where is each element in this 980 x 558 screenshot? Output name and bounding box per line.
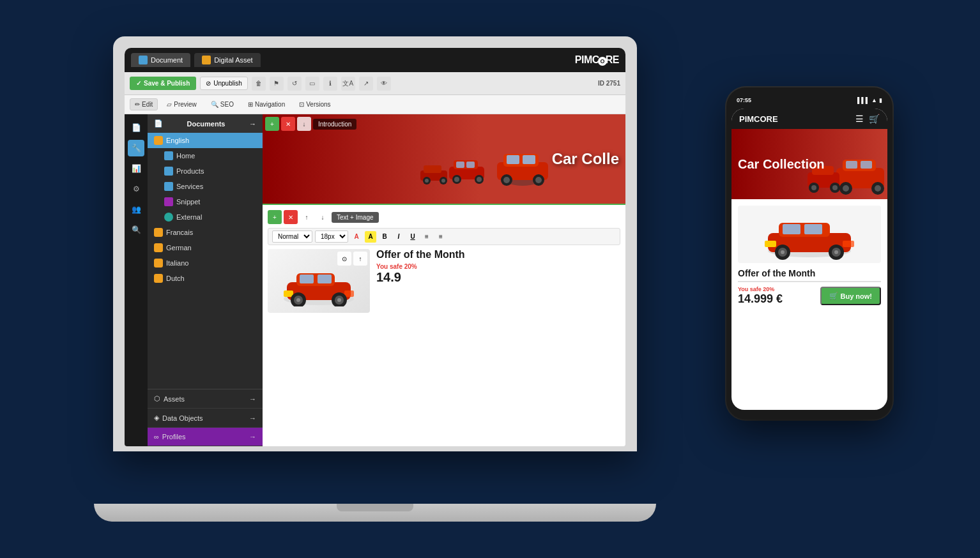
- nav-icon: ⊞: [248, 101, 253, 108]
- block1-label: Introduction: [313, 119, 356, 130]
- block1-remove-btn[interactable]: ✕: [281, 117, 295, 131]
- tree-item-italiano[interactable]: Italiano: [148, 255, 263, 271]
- external-icon: [164, 213, 173, 222]
- nav-section-bottom: ⬡ Assets → ◈ Data Objects: [148, 389, 263, 446]
- font-color-btn[interactable]: A: [351, 231, 362, 243]
- phone-cart-icon[interactable]: 🛒: [869, 114, 880, 124]
- sidebar-icon-users[interactable]: 👥: [128, 201, 144, 218]
- navigation-label: Navigation: [255, 101, 285, 108]
- laptop-body: Document Digital Asset PIMCORE: [113, 36, 637, 451]
- folder-icon-francais: [154, 228, 163, 237]
- sidebar-nav: 📄 Documents → English: [148, 114, 263, 446]
- italic-btn[interactable]: I: [393, 231, 404, 243]
- refresh-icon[interactable]: ↺: [287, 77, 302, 91]
- tree-item-snippet[interactable]: Snippet: [158, 194, 263, 209]
- editor-area: + ✕ ↓ Introduction: [263, 114, 625, 446]
- phone-hero-text: Car Collection: [731, 151, 831, 178]
- eye-icon[interactable]: 👁: [377, 77, 391, 91]
- tree-item-services[interactable]: Services: [158, 179, 263, 194]
- page-icon-home: [164, 151, 173, 160]
- nav-assets[interactable]: ⬡ Assets →: [148, 389, 263, 409]
- phone-buy-button[interactable]: 🛒 Buy now!: [820, 287, 882, 305]
- svg-rect-11: [456, 162, 464, 168]
- profiles-arrow: →: [249, 433, 256, 441]
- sidebar-icon-analytics[interactable]: 📊: [128, 160, 144, 177]
- tree-item-english[interactable]: English: [148, 133, 263, 148]
- document-id: ID 2751: [598, 80, 620, 87]
- wifi-icon: ▲: [871, 97, 877, 103]
- sidebar-icon-docs[interactable]: 📄: [128, 119, 144, 136]
- phone-status-icons: ▌▌▌ ▲ ▮: [857, 97, 882, 103]
- format-select[interactable]: Normal: [272, 230, 312, 243]
- block1-down-btn[interactable]: ↓: [297, 117, 311, 131]
- tree-sub: Home Products Services: [148, 148, 263, 225]
- pimcore-logo: PIMCORE: [575, 54, 619, 66]
- battery-icon: ▮: [879, 97, 882, 103]
- hero-text: Car Colle: [552, 150, 619, 168]
- tree-item-german[interactable]: German: [148, 240, 263, 255]
- save-publish-button[interactable]: ✓ Save & Publish: [130, 77, 196, 90]
- top-bar: Document Digital Asset PIMCORE: [125, 48, 625, 72]
- img-settings-btn[interactable]: ⊙: [337, 252, 351, 266]
- external-link-icon[interactable]: ↗: [359, 77, 373, 91]
- sidebar-icon-search[interactable]: 🔧: [128, 140, 144, 156]
- flag-icon[interactable]: ⚑: [270, 77, 284, 91]
- tab-document[interactable]: Document: [131, 53, 190, 67]
- profiles-icon: ∞: [154, 433, 159, 441]
- info-icon[interactable]: ℹ: [323, 77, 337, 91]
- seo-btn[interactable]: 🔍 SEO: [206, 98, 239, 110]
- tree-item-francais[interactable]: Francais: [148, 225, 263, 240]
- block1-add-btn[interactable]: +: [265, 117, 279, 131]
- translate-icon[interactable]: 文A: [341, 77, 355, 91]
- phone-menu-icon[interactable]: ☰: [855, 114, 864, 124]
- trash-icon[interactable]: 🗑: [252, 77, 266, 91]
- bold-btn[interactable]: B: [379, 231, 390, 243]
- nav-section-header[interactable]: 📄 Documents →: [148, 114, 263, 133]
- sidebar-icon-settings[interactable]: ⚙: [128, 181, 144, 197]
- tree-item-italiano-label: Italiano: [166, 259, 188, 267]
- edit-btn[interactable]: ✏ Edit: [130, 98, 158, 110]
- img-upload-btn[interactable]: ↑: [353, 252, 367, 266]
- versions-btn[interactable]: ⊡ Versions: [294, 98, 335, 110]
- svg-rect-27: [318, 275, 332, 283]
- tree-item-external[interactable]: External: [158, 209, 263, 225]
- sidebar-icon-magnify[interactable]: 🔍: [128, 222, 144, 238]
- tab-asset[interactable]: Digital Asset: [194, 53, 261, 67]
- tree-item-home[interactable]: Home: [158, 148, 263, 163]
- block2-up-btn[interactable]: ↑: [300, 210, 314, 224]
- laptop-base: [94, 504, 656, 522]
- objects-label-group: ◈ Data Objects: [154, 414, 203, 422]
- svg-point-62: [834, 250, 838, 254]
- assets-label: Assets: [164, 395, 185, 403]
- tree-item-dutch[interactable]: Dutch: [148, 271, 263, 286]
- size-select[interactable]: 18px: [315, 230, 348, 243]
- nav-profiles[interactable]: ∞ Profiles →: [148, 428, 263, 446]
- toolbar: ✓ Save & Publish ⊘ Unpublish 🗑 ⚑ ↺ ▭ ℹ 文…: [125, 72, 625, 95]
- save-publish-label: Save & Publish: [144, 80, 190, 87]
- offer-price: 14.9: [376, 270, 620, 285]
- versions-label: Versions: [306, 101, 330, 108]
- page-icon-services: [164, 182, 173, 191]
- block-introduction: + ✕ ↓ Introduction: [263, 114, 625, 204]
- sidebar-header-icon: 📄: [154, 119, 163, 128]
- circle-slash-icon: ⊘: [206, 80, 211, 87]
- block2-down-btn[interactable]: ↓: [316, 210, 330, 224]
- tree-item-products-label: Products: [176, 167, 204, 175]
- block2-add-btn[interactable]: +: [268, 210, 282, 224]
- tree-item-products[interactable]: Products: [158, 163, 263, 179]
- unpublish-button[interactable]: ⊘ Unpublish: [200, 77, 247, 90]
- tab-document-label: Document: [151, 56, 183, 64]
- align-left-btn[interactable]: ≡: [421, 231, 433, 243]
- block1-toolbar: + ✕ ↓ Introduction: [265, 117, 356, 131]
- phone-price: 14.999 €: [738, 292, 783, 306]
- align-right-btn[interactable]: ≡: [435, 231, 447, 243]
- block2-remove-btn[interactable]: ✕: [284, 210, 298, 224]
- navigation-btn[interactable]: ⊞ Navigation: [243, 98, 290, 110]
- nav-data-objects[interactable]: ◈ Data Objects →: [148, 409, 263, 428]
- window-icon[interactable]: ▭: [305, 77, 319, 91]
- tree-item-german-label: German: [166, 244, 192, 252]
- underline-btn[interactable]: U: [407, 231, 418, 243]
- highlight-btn[interactable]: A: [365, 231, 376, 243]
- svg-rect-54: [804, 224, 822, 234]
- preview-btn[interactable]: ▱ Preview: [162, 98, 202, 110]
